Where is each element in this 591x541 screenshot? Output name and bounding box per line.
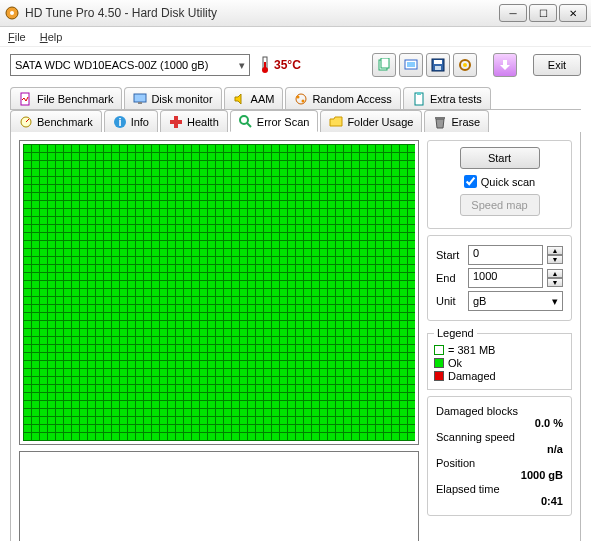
scan-grid: [19, 140, 419, 445]
tabs-row-top: File Benchmark Disk monitor AAM Random A…: [10, 87, 581, 110]
end-spinner[interactable]: ▲▼: [547, 269, 563, 287]
clipboard-icon: [412, 92, 426, 106]
thermometer-icon: [260, 56, 270, 74]
end-input[interactable]: 1000: [468, 268, 543, 288]
chevron-down-icon: ▾: [239, 59, 245, 72]
tab-benchmark[interactable]: Benchmark: [10, 110, 102, 132]
toolbar: SATA WDC WD10EACS-00Z (1000 gB) ▾ 35°C E…: [0, 47, 591, 83]
tab-folder-usage[interactable]: Folder Usage: [320, 110, 422, 132]
maximize-button[interactable]: ☐: [529, 4, 557, 22]
random-access-icon: [294, 92, 308, 106]
drive-label: SATA WDC WD10EACS-00Z (1000 gB): [15, 59, 208, 71]
copy-info-button[interactable]: [372, 53, 396, 77]
tab-error-scan[interactable]: Error Scan: [230, 110, 319, 132]
log-box: [19, 451, 419, 541]
gauge-icon: [19, 115, 33, 129]
svg-point-19: [302, 100, 305, 103]
monitor-icon: [133, 92, 147, 106]
quick-scan-label: Quick scan: [481, 176, 535, 188]
trash-icon: [433, 115, 447, 129]
svg-rect-21: [417, 92, 421, 95]
menu-file[interactable]: File: [8, 31, 26, 43]
exit-button[interactable]: Exit: [533, 54, 581, 76]
tab-random-access[interactable]: Random Access: [285, 87, 400, 109]
elapsed-value: 0:41: [436, 495, 563, 507]
legend-ok-swatch: [434, 358, 444, 368]
svg-rect-6: [381, 58, 389, 68]
legend-block-swatch: [434, 345, 444, 355]
app-icon: [4, 5, 20, 21]
svg-rect-27: [174, 116, 178, 128]
start-spinner[interactable]: ▲▼: [547, 246, 563, 264]
svg-rect-15: [134, 94, 146, 102]
tab-erase[interactable]: Erase: [424, 110, 489, 132]
chevron-down-icon: ▾: [552, 295, 558, 308]
tab-aam[interactable]: AAM: [224, 87, 284, 109]
tab-extra-tests[interactable]: Extra tests: [403, 87, 491, 109]
svg-rect-16: [138, 102, 142, 104]
end-label: End: [436, 272, 464, 284]
legend-group: Legend = 381 MB Ok Damaged: [427, 327, 572, 390]
speed-map-button[interactable]: Speed map: [460, 194, 540, 216]
start-input[interactable]: 0: [468, 245, 543, 265]
speaker-icon: [233, 92, 247, 106]
unit-select[interactable]: gB▾: [468, 291, 563, 311]
temperature-value: 35°C: [274, 58, 301, 72]
copy-screenshot-button[interactable]: [399, 53, 423, 77]
menu-help[interactable]: Help: [40, 31, 63, 43]
options-button[interactable]: [453, 53, 477, 77]
position-label: Position: [436, 457, 563, 469]
window-title: HD Tune Pro 4.50 - Hard Disk Utility: [25, 6, 499, 20]
svg-point-1: [10, 11, 14, 15]
start-label: Start: [436, 249, 464, 261]
legend-damaged-swatch: [434, 371, 444, 381]
folder-icon: [329, 115, 343, 129]
info-icon: i: [113, 115, 127, 129]
position-value: 1000 gB: [436, 469, 563, 481]
start-button[interactable]: Start: [460, 147, 540, 169]
elapsed-label: Elapsed time: [436, 483, 563, 495]
save-button[interactable]: [426, 53, 450, 77]
svg-point-17: [296, 94, 306, 104]
file-benchmark-icon: [19, 92, 33, 106]
tab-health[interactable]: Health: [160, 110, 228, 132]
svg-rect-10: [434, 60, 442, 64]
legend-title: Legend: [434, 327, 477, 339]
legend-damaged-label: Damaged: [448, 370, 496, 382]
scan-blocks: [23, 144, 415, 441]
legend-ok-label: Ok: [448, 357, 462, 369]
magnifier-icon: [239, 115, 253, 129]
tabs-row-bottom: Benchmark iInfo Health Error Scan Folder…: [10, 110, 581, 132]
range-group: Start 0 ▲▼ End 1000 ▲▼ Unit gB▾: [427, 235, 572, 321]
stats-group: Damaged blocks0.0 % Scanning speedn/a Po…: [427, 396, 572, 516]
drive-select[interactable]: SATA WDC WD10EACS-00Z (1000 gB) ▾: [10, 54, 250, 76]
health-icon: [169, 115, 183, 129]
svg-rect-4: [264, 62, 266, 70]
damaged-blocks-value: 0.0 %: [436, 417, 563, 429]
minimize-to-tray-button[interactable]: [493, 53, 517, 77]
svg-rect-8: [407, 62, 415, 67]
menu-bar: File Help: [0, 27, 591, 47]
scanning-speed-label: Scanning speed: [436, 431, 563, 443]
tab-disk-monitor[interactable]: Disk monitor: [124, 87, 221, 109]
toolbar-buttons: [372, 53, 477, 77]
temperature: 35°C: [260, 56, 301, 74]
error-scan-panel: Start Quick scan Speed map Start 0 ▲▼ En…: [10, 132, 581, 541]
svg-point-13: [463, 63, 467, 67]
quick-scan-checkbox[interactable]: [464, 175, 477, 188]
svg-rect-11: [435, 66, 441, 70]
unit-label: Unit: [436, 295, 464, 307]
tab-info[interactable]: iInfo: [104, 110, 158, 132]
minimize-button[interactable]: ─: [499, 4, 527, 22]
damaged-blocks-label: Damaged blocks: [436, 405, 563, 417]
tab-file-benchmark[interactable]: File Benchmark: [10, 87, 122, 109]
svg-line-29: [247, 123, 251, 127]
svg-point-18: [297, 96, 300, 99]
close-button[interactable]: ✕: [559, 4, 587, 22]
scanning-speed-value: n/a: [436, 443, 563, 455]
svg-text:i: i: [118, 116, 121, 128]
tab-area: File Benchmark Disk monitor AAM Random A…: [0, 83, 591, 541]
legend-block-label: = 381 MB: [448, 344, 495, 356]
controls-group: Start Quick scan Speed map: [427, 140, 572, 229]
svg-rect-30: [435, 117, 445, 119]
